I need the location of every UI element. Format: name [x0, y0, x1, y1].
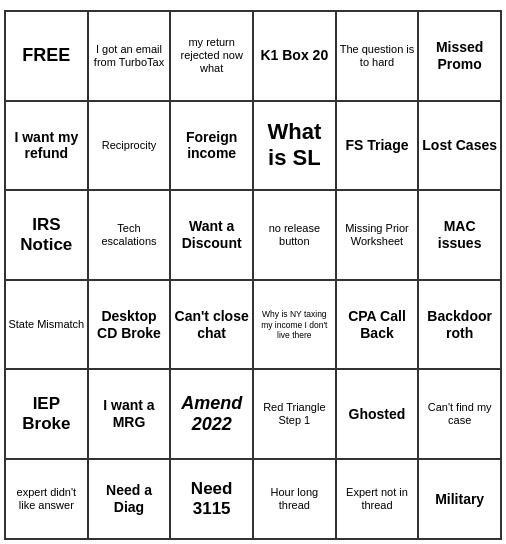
cell-14: Want a Discount: [171, 191, 254, 281]
cell-13: Tech escalations: [89, 191, 172, 281]
cell-4: The question is to hard: [337, 12, 420, 102]
cell-9: What is SL: [254, 102, 337, 192]
cell-23: Backdoor roth: [419, 281, 502, 371]
cell-1: I got an email from TurboTax: [89, 12, 172, 102]
cell-19: Desktop CD Broke: [89, 281, 172, 371]
cell-21: Why is NY taxing my income I don't live …: [254, 281, 337, 371]
bingo-title: [4, 4, 502, 8]
cell-31: Need a Diag: [89, 460, 172, 540]
cell-5: Missed Promo: [419, 12, 502, 102]
cell-30: expert didn't like answer: [6, 460, 89, 540]
cell-26: Amend 2022: [171, 370, 254, 460]
cell-29: Can't find my case: [419, 370, 502, 460]
cell-18: State Mismatch: [6, 281, 89, 371]
cell-24: IEP Broke: [6, 370, 89, 460]
cell-3: K1 Box 20: [254, 12, 337, 102]
cell-10: FS Triage: [337, 102, 420, 192]
cell-20: Can't close chat: [171, 281, 254, 371]
cell-25: I want a MRG: [89, 370, 172, 460]
cell-32: Need 3115: [171, 460, 254, 540]
bingo-grid: FREEI got an email from TurboTaxmy retur…: [4, 10, 502, 540]
cell-17: MAC issues: [419, 191, 502, 281]
cell-11: Lost Cases: [419, 102, 502, 192]
cell-33: Hour long thread: [254, 460, 337, 540]
cell-6: I want my refund: [6, 102, 89, 192]
cell-22: CPA Call Back: [337, 281, 420, 371]
cell-16: Missing Prior Worksheet: [337, 191, 420, 281]
cell-28: Ghosted: [337, 370, 420, 460]
cell-27: Red Triangle Step 1: [254, 370, 337, 460]
cell-8: Foreign income: [171, 102, 254, 192]
cell-34: Expert not in thread: [337, 460, 420, 540]
cell-35: Military: [419, 460, 502, 540]
cell-2: my return rejected now what: [171, 12, 254, 102]
cell-7: Reciprocity: [89, 102, 172, 192]
cell-15: no release button: [254, 191, 337, 281]
cell-12: IRS Notice: [6, 191, 89, 281]
cell-0: FREE: [6, 12, 89, 102]
